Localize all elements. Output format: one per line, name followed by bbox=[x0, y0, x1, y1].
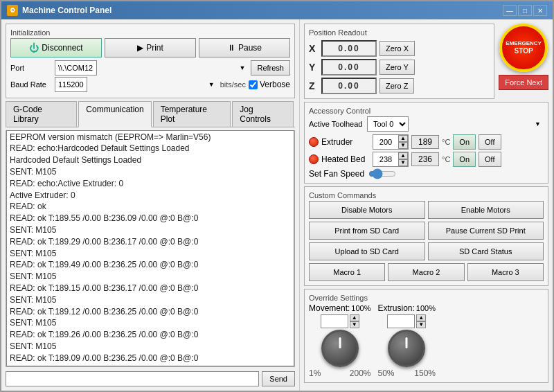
movement-up[interactable]: ▲ bbox=[350, 314, 359, 321]
maximize-button[interactable]: □ bbox=[518, 5, 532, 16]
movement-knob[interactable] bbox=[321, 330, 359, 367]
toolhead-select[interactable]: Tool 0 bbox=[367, 116, 409, 132]
extruder-temp-up[interactable]: ▲ bbox=[398, 135, 408, 142]
toolhead-row: Active Toolhead Tool 0 bbox=[309, 116, 544, 132]
tab-communication[interactable]: Communication bbox=[78, 101, 151, 127]
movement-label: Movement: bbox=[309, 303, 350, 313]
minimize-button[interactable]: — bbox=[503, 5, 517, 16]
movement-group: Movement: 100% 100 ▲ ▼ bbox=[309, 303, 371, 378]
title-bar: ⚙ Machine Control Panel — □ ✕ bbox=[1, 1, 553, 19]
toolhead-label: Active Toolhead bbox=[309, 120, 364, 128]
port-combo-wrap: \\.\COM12 bbox=[55, 60, 248, 75]
verbose-label: Verbose bbox=[260, 80, 290, 89]
baud-select[interactable]: 115200 bbox=[55, 77, 87, 92]
heated-bed-temp-down[interactable]: ▼ bbox=[398, 159, 408, 166]
z-axis-row: Z 0.00 Zero Z bbox=[309, 78, 490, 94]
refresh-button[interactable]: Refresh bbox=[251, 60, 290, 75]
title-bar-left: ⚙ Machine Control Panel bbox=[7, 5, 111, 16]
left-panel: Initialization ⏻ Disconnect ▶ Print ⏸ Pa… bbox=[1, 19, 299, 391]
extruder-on-button[interactable]: On bbox=[453, 134, 476, 150]
port-label: Port bbox=[10, 64, 52, 72]
sd-status-button[interactable]: SD Card Status bbox=[428, 242, 544, 260]
macro-buttons-row: Macro 1 Macro 2 Macro 3 bbox=[309, 263, 544, 281]
fan-speed-slider[interactable] bbox=[368, 171, 396, 177]
macro-1-button[interactable]: Macro 1 bbox=[309, 263, 385, 281]
main-window: ⚙ Machine Control Panel — □ ✕ Initializa… bbox=[0, 0, 554, 392]
window-controls: — □ ✕ bbox=[503, 5, 547, 16]
heated-bed-off-button[interactable]: Off bbox=[479, 152, 501, 167]
tabs-container: G-Code Library Communication Temperature… bbox=[6, 101, 295, 127]
port-row: Port \\.\COM12 Refresh bbox=[10, 60, 290, 75]
extrusion-group: Extrusion: 100% 100 ▲ ▼ bbox=[378, 303, 436, 378]
extruder-label: Extruder bbox=[321, 137, 370, 147]
x-position-display: 0.00 bbox=[321, 40, 377, 57]
console-input-row: Send bbox=[6, 371, 295, 386]
verbose-checkbox[interactable] bbox=[249, 80, 258, 89]
extrusion-pct-labels: 50% 150% bbox=[378, 368, 436, 378]
extruder-temp-display: 189 bbox=[411, 135, 439, 149]
knob-marker bbox=[339, 337, 341, 348]
custom-commands-section: Custom Commands Disable Motors Enable Mo… bbox=[304, 186, 548, 286]
upload-sd-button[interactable]: Upload to SD Card bbox=[309, 242, 425, 260]
y-axis-label: Y bbox=[309, 62, 319, 73]
disable-motors-button[interactable]: Disable Motors bbox=[309, 201, 425, 219]
power-icon: ⏻ bbox=[29, 42, 39, 53]
tab-jog-controls[interactable]: Jog Controls bbox=[232, 101, 294, 127]
movement-down[interactable]: ▼ bbox=[350, 321, 359, 328]
extrusion-input[interactable]: 100 bbox=[387, 314, 415, 328]
zero-z-button[interactable]: Zero Z bbox=[379, 78, 414, 93]
tab-gcode-library[interactable]: G-Code Library bbox=[6, 101, 77, 127]
extruder-spinbox: 200 ▲ ▼ bbox=[373, 134, 409, 150]
enable-motors-button[interactable]: Enable Motors bbox=[428, 201, 544, 219]
override-section: Override Settings Movement: 100% 100 ▲ ▼ bbox=[304, 289, 548, 383]
extruder-temp-input[interactable]: 200 bbox=[373, 135, 398, 149]
force-next-button[interactable]: Force Next bbox=[499, 75, 548, 90]
heated-bed-spinbox: 238 ▲ ▼ bbox=[373, 152, 409, 167]
init-label: Initialization bbox=[10, 28, 290, 37]
estop-column: EMERGENCY STOP Force Next bbox=[499, 24, 548, 99]
zero-y-button[interactable]: Zero Y bbox=[379, 60, 415, 75]
extrusion-up[interactable]: ▲ bbox=[416, 314, 426, 321]
disconnect-button[interactable]: ⏻ Disconnect bbox=[10, 38, 102, 57]
emergency-stop-button[interactable]: EMERGENCY STOP bbox=[499, 24, 548, 72]
heated-bed-label: Heated Bed bbox=[321, 154, 370, 164]
heated-bed-temp-input[interactable]: 238 bbox=[373, 152, 398, 166]
extrusion-knob-marker bbox=[406, 337, 408, 348]
tab-temperature-plot[interactable]: Temperature Plot bbox=[153, 101, 231, 127]
z-axis-label: Z bbox=[309, 80, 319, 91]
extruder-temp-down[interactable]: ▼ bbox=[398, 142, 408, 149]
override-label: Override Settings bbox=[309, 294, 544, 302]
zero-x-button[interactable]: Zero X bbox=[379, 41, 415, 56]
macro-3-button[interactable]: Macro 3 bbox=[467, 263, 544, 281]
extrusion-label: Extrusion: bbox=[378, 303, 415, 313]
extruder-degc: °C bbox=[442, 138, 450, 146]
movement-percent: 100% bbox=[351, 304, 370, 312]
print-sd-button[interactable]: Print from SD Card bbox=[309, 222, 425, 240]
print-button[interactable]: ▶ Print bbox=[105, 38, 196, 57]
accessory-label: Accessory Control bbox=[309, 107, 544, 115]
extrusion-knob[interactable] bbox=[388, 330, 425, 367]
movement-input[interactable]: 100 bbox=[321, 314, 348, 328]
extrusion-down[interactable]: ▼ bbox=[416, 321, 426, 328]
initialization-section: Initialization ⏻ Disconnect ▶ Print ⏸ Pa… bbox=[6, 24, 295, 98]
pause-sd-button[interactable]: Pause Current SD Print bbox=[428, 222, 544, 240]
init-buttons: ⏻ Disconnect ▶ Print ⏸ Pause bbox=[10, 38, 290, 57]
macro-2-button[interactable]: Macro 2 bbox=[388, 263, 464, 281]
custom-commands-label: Custom Commands bbox=[309, 191, 544, 199]
pause-button[interactable]: ⏸ Pause bbox=[199, 38, 290, 57]
send-button[interactable]: Send bbox=[262, 371, 295, 386]
extrusion-input-row: Extrusion: 100% bbox=[378, 303, 436, 313]
movement-pct-labels: 1% 200% bbox=[309, 368, 371, 378]
heated-bed-temp-up[interactable]: ▲ bbox=[398, 152, 408, 159]
heated-bed-led bbox=[309, 154, 319, 164]
extrusion-percent: 100% bbox=[416, 304, 436, 312]
heated-bed-on-button[interactable]: On bbox=[453, 152, 476, 167]
baud-combo-wrap: 115200 bbox=[55, 77, 217, 92]
console-input[interactable] bbox=[6, 371, 259, 386]
port-select[interactable]: \\.\COM12 bbox=[55, 60, 97, 75]
close-button[interactable]: ✕ bbox=[533, 5, 547, 16]
toolhead-combo-wrap: Tool 0 bbox=[367, 116, 544, 132]
extruder-off-button[interactable]: Off bbox=[479, 134, 501, 150]
x-axis-label: X bbox=[309, 43, 319, 54]
console-output: READ: echo: Last Updated: 2018-08-01 | A… bbox=[6, 130, 294, 366]
